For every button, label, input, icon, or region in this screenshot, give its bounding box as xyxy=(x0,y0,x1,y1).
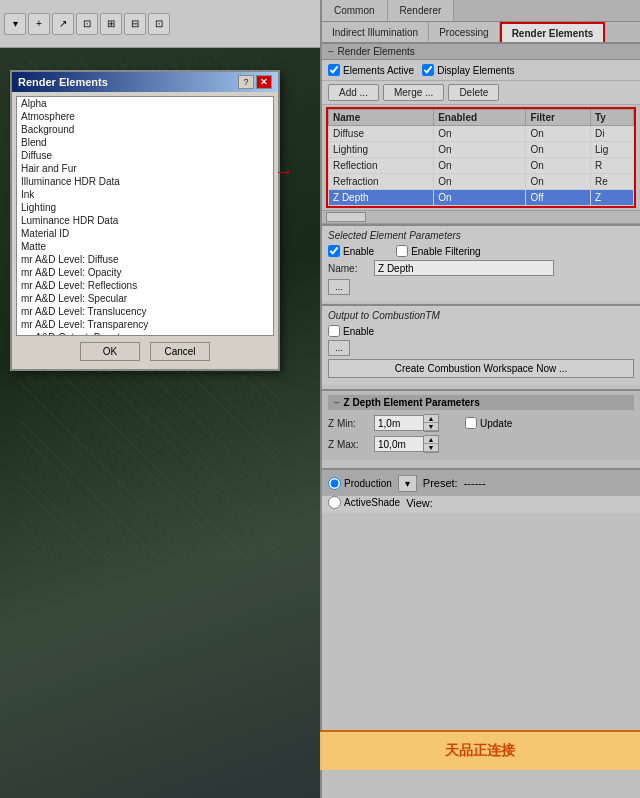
toolbar-btn-4[interactable]: ⊡ xyxy=(76,13,98,35)
production-dropdown[interactable]: ▾ xyxy=(398,475,417,492)
combustion-dots-row: ... xyxy=(328,340,634,356)
toolbar-btn-5[interactable]: ⊞ xyxy=(100,13,122,35)
enable-label[interactable]: Enable xyxy=(328,245,374,257)
list-item[interactable]: Illuminance HDR Data xyxy=(17,175,273,188)
checkboxes-row: Elements Active Display Elements xyxy=(322,60,640,81)
cancel-button[interactable]: Cancel xyxy=(150,342,210,361)
cell-filter: On xyxy=(526,174,590,190)
enable-filtering-label[interactable]: Enable Filtering xyxy=(396,245,480,257)
tab-indirect-illumination[interactable]: Indirect Illumination xyxy=(322,22,429,42)
update-checkbox[interactable] xyxy=(465,417,477,429)
table-row[interactable]: RefractionOnOnRe xyxy=(329,174,634,190)
dialog-button-row: OK Cancel xyxy=(16,336,274,365)
merge-button[interactable]: Merge ... xyxy=(383,84,444,101)
display-elements-label[interactable]: Display Elements xyxy=(422,64,514,76)
list-item[interactable]: mr A&D Level: Diffuse xyxy=(17,253,273,266)
activeshade-radio-label[interactable]: ActiveShade xyxy=(328,496,400,509)
cell-name: Lighting xyxy=(329,142,434,158)
panel-tabs-row2: Indirect Illumination Processing Render … xyxy=(322,22,640,44)
panel-tabs-row1: Common Renderer xyxy=(322,0,640,22)
zmax-up-button[interactable]: ▲ xyxy=(424,436,438,444)
name-row: Name: xyxy=(328,260,634,276)
list-item[interactable]: mr A&D Level: Translucency xyxy=(17,305,273,318)
list-item[interactable]: Alpha xyxy=(17,97,273,110)
combustion-enable-label[interactable]: Enable xyxy=(328,325,374,337)
dots-button[interactable]: ... xyxy=(328,279,350,295)
update-label[interactable]: Update xyxy=(465,417,512,429)
create-combustion-button[interactable]: Create Combustion Workspace Now ... xyxy=(328,359,634,378)
dialog-title: Render Elements xyxy=(18,76,108,88)
list-item[interactable]: Diffuse xyxy=(17,149,273,162)
toolbar-btn-1[interactable]: ▾ xyxy=(4,13,26,35)
list-item[interactable]: Background xyxy=(17,123,273,136)
list-item[interactable]: Hair and Fur xyxy=(17,162,273,175)
view-label: View: xyxy=(406,497,433,509)
zmax-spinner[interactable]: ▲ ▼ xyxy=(374,435,439,453)
toolbar-btn-7[interactable]: ⊡ xyxy=(148,13,170,35)
zmin-up-button[interactable]: ▲ xyxy=(424,415,438,423)
enable-filtering-checkbox[interactable] xyxy=(396,245,408,257)
table-row[interactable]: Z DepthOnOffZ xyxy=(329,190,634,206)
red-arrow-pointer: → xyxy=(274,160,294,183)
list-item[interactable]: Material ID xyxy=(17,227,273,240)
combustion-enable-checkbox[interactable] xyxy=(328,325,340,337)
elements-button-row: Add ... Merge ... Delete xyxy=(322,81,640,105)
tab-render-elements[interactable]: Render Elements xyxy=(500,22,606,42)
name-input[interactable] xyxy=(374,260,554,276)
scroll-thumb[interactable] xyxy=(326,212,366,222)
preset-label: Preset: xyxy=(423,477,458,489)
cell-filter: Off xyxy=(526,190,590,206)
elements-active-checkbox[interactable] xyxy=(328,64,340,76)
toolbar-btn-2[interactable]: + xyxy=(28,13,50,35)
list-item[interactable]: mr A&D Level: Transparency xyxy=(17,318,273,331)
toolbar-btn-3[interactable]: ↗ xyxy=(52,13,74,35)
display-elements-checkbox[interactable] xyxy=(422,64,434,76)
delete-button[interactable]: Delete xyxy=(448,84,499,101)
toolbar-btn-6[interactable]: ⊟ xyxy=(124,13,146,35)
activeshade-radio[interactable] xyxy=(328,496,341,509)
col-name: Name xyxy=(329,110,434,126)
zmax-down-button[interactable]: ▼ xyxy=(424,444,438,452)
zmin-spinner[interactable]: ▲ ▼ xyxy=(374,414,439,432)
cell-filter: On xyxy=(526,142,590,158)
zmin-input[interactable] xyxy=(374,415,424,431)
list-item[interactable]: Ink xyxy=(17,188,273,201)
table-row[interactable]: LightingOnOnLig xyxy=(329,142,634,158)
list-item[interactable]: Luminance HDR Data xyxy=(17,214,273,227)
tab-renderer[interactable]: Renderer xyxy=(388,0,455,21)
enable-checkbox[interactable] xyxy=(328,245,340,257)
dialog-help-button[interactable]: ? xyxy=(238,75,254,89)
list-item[interactable]: Blend xyxy=(17,136,273,149)
production-radio[interactable] xyxy=(328,477,341,490)
list-item[interactable]: mr A&D Level: Opacity xyxy=(17,266,273,279)
tab-processing[interactable]: Processing xyxy=(429,22,499,42)
dialog-close-button[interactable]: ✕ xyxy=(256,75,272,89)
zmax-row: Z Max: ▲ ▼ xyxy=(328,435,634,453)
col-enabled: Enabled xyxy=(434,110,526,126)
production-radio-label[interactable]: Production xyxy=(328,477,392,490)
name-label: Name: xyxy=(328,263,368,274)
list-item[interactable]: Matte xyxy=(17,240,273,253)
list-item[interactable]: Atmosphere xyxy=(17,110,273,123)
table-row[interactable]: DiffuseOnOnDi xyxy=(329,126,634,142)
tab-common[interactable]: Common xyxy=(322,0,388,21)
zmin-down-button[interactable]: ▼ xyxy=(424,423,438,431)
elements-list[interactable]: AlphaAtmosphereBackgroundBlendDiffuseHai… xyxy=(16,96,274,336)
selected-element-section: Selected Element Parameters Enable Enabl… xyxy=(322,224,640,302)
add-button[interactable]: Add ... xyxy=(328,84,379,101)
combustion-dots-button[interactable]: ... xyxy=(328,340,350,356)
table-row[interactable]: ReflectionOnOnR xyxy=(329,158,634,174)
list-item[interactable]: mr A&D Level: Specular xyxy=(17,292,273,305)
list-item[interactable]: mr A&D Level: Reflections xyxy=(17,279,273,292)
elements-active-label[interactable]: Elements Active xyxy=(328,64,414,76)
combustion-title: Output to CombustionTM xyxy=(328,310,634,321)
list-item[interactable]: mr A&D Output: Beauty xyxy=(17,331,273,336)
list-item[interactable]: Lighting xyxy=(17,201,273,214)
ok-button[interactable]: OK xyxy=(80,342,140,361)
zmin-label: Z Min: xyxy=(328,418,368,429)
zdepth-title: Z Depth Element Parameters xyxy=(344,397,480,408)
render-elements-table: Name Enabled Filter Ty DiffuseOnOnDiLigh… xyxy=(328,109,634,206)
table-scrollbar[interactable] xyxy=(322,210,640,224)
zmin-row: Z Min: ▲ ▼ Update xyxy=(328,414,634,432)
zmax-input[interactable] xyxy=(374,436,424,452)
